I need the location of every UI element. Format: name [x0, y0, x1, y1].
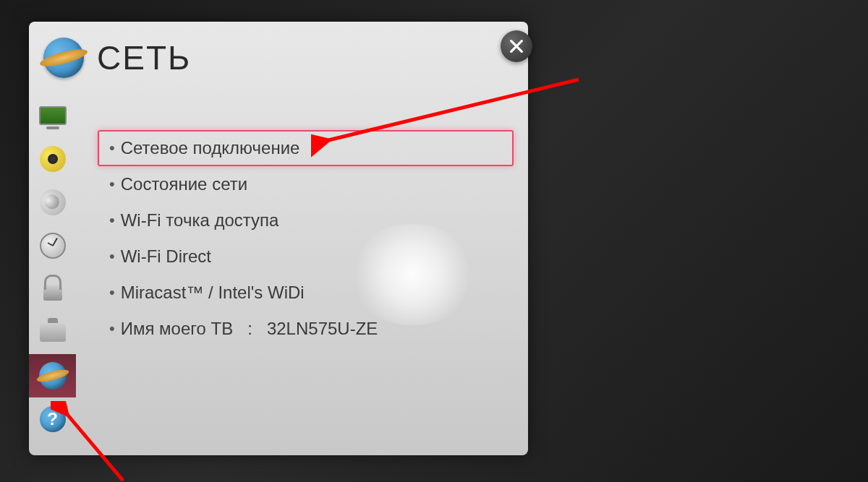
window-header: СЕТЬ — [29, 22, 528, 94]
bullet-icon: • — [109, 319, 115, 338]
close-icon — [509, 38, 524, 54]
bullet-icon: • — [109, 283, 115, 302]
menu-item-miracast[interactable]: • Miracast™ / Intel's WiDi — [98, 275, 514, 311]
menu-label: Имя моего ТВ — [121, 319, 234, 339]
clock-icon — [40, 233, 66, 259]
content-area: ? • Сетевое подключение • Состояние сети… — [29, 94, 528, 455]
settings-sidebar: ? — [29, 94, 76, 455]
sidebar-item-picture[interactable] — [29, 94, 76, 137]
satellite-icon — [35, 186, 69, 219]
help-icon: ? — [40, 406, 66, 432]
menu-label: Wi-Fi точка доступа — [121, 210, 502, 231]
speaker-icon — [40, 146, 66, 172]
bullet-icon: • — [109, 139, 115, 158]
lock-icon — [43, 285, 62, 301]
sidebar-item-network[interactable] — [29, 354, 76, 397]
sidebar-item-sound[interactable] — [29, 137, 76, 181]
monitor-icon — [39, 106, 67, 125]
menu-list: • Сетевое подключение • Состояние сети •… — [76, 94, 528, 455]
settings-window: СЕТЬ ? — [29, 22, 528, 455]
menu-item-wifi-hotspot[interactable]: • Wi-Fi точка доступа — [98, 202, 514, 238]
sidebar-item-channels[interactable] — [29, 181, 76, 224]
menu-item-tv-name[interactable]: • Имя моего ТВ : 32LN575U-ZE — [98, 311, 514, 347]
menu-item-network-connection[interactable]: • Сетевое подключение — [98, 130, 514, 166]
bullet-icon: • — [109, 211, 115, 230]
menu-item-network-status[interactable]: • Состояние сети — [98, 166, 514, 202]
menu-label: Сетевое подключение — [121, 138, 502, 158]
menu-value: 32LN575U-ZE — [267, 319, 378, 339]
network-globe-icon — [43, 38, 84, 78]
network-icon — [39, 362, 67, 390]
bullet-icon: • — [109, 175, 115, 194]
menu-label: Wi-Fi Direct — [121, 246, 502, 267]
separator: : — [247, 319, 252, 339]
briefcase-icon — [40, 323, 66, 342]
sidebar-item-support[interactable]: ? — [29, 397, 76, 441]
menu-item-wifi-direct[interactable]: • Wi-Fi Direct — [98, 238, 514, 275]
close-button[interactable] — [501, 30, 532, 62]
menu-label: Состояние сети — [121, 174, 502, 194]
bullet-icon: • — [109, 247, 115, 266]
menu-label: Miracast™ / Intel's WiDi — [121, 283, 502, 303]
sidebar-item-general[interactable] — [29, 311, 76, 354]
page-title: СЕТЬ — [97, 38, 191, 77]
sidebar-item-time[interactable] — [29, 224, 76, 267]
sidebar-item-lock[interactable] — [29, 267, 76, 311]
